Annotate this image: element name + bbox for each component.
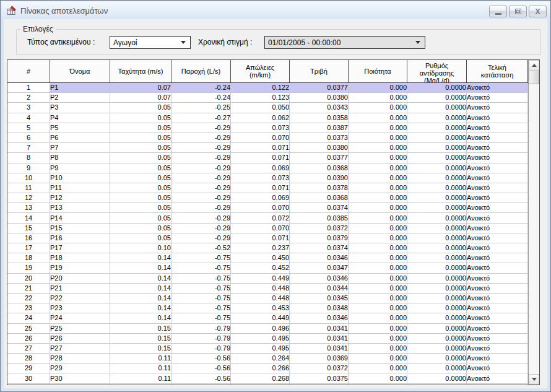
flow-cell[interactable]: -0.75 (171, 274, 231, 284)
reaction-cell[interactable]: 0.0000 (407, 263, 467, 273)
status-cell[interactable]: Ανοικτό (467, 303, 528, 313)
status-cell[interactable]: Ανοικτό (467, 253, 528, 263)
headloss-cell[interactable]: 0.070 (231, 133, 290, 143)
table-row[interactable]: 17P170.10-0.520.2370.03740.0000.0000Ανοι… (7, 243, 528, 253)
name-cell[interactable]: P7 (50, 143, 110, 153)
quality-cell[interactable]: 0.000 (349, 313, 407, 323)
name-cell[interactable]: P24 (50, 313, 110, 323)
flow-cell[interactable]: -0.56 (171, 384, 231, 385)
velocity-cell[interactable]: 0.05 (110, 224, 171, 233)
reaction-cell[interactable]: 0.0000 (407, 133, 467, 143)
headloss-cell[interactable]: 0.449 (231, 274, 290, 284)
name-cell[interactable]: P27 (50, 344, 110, 354)
row-number-cell[interactable]: 14 (7, 213, 50, 223)
table-row[interactable]: 27P270.15-0.790.4950.03410.0000.0000Ανοι… (7, 344, 528, 354)
quality-cell[interactable]: 0.000 (349, 354, 407, 364)
scrollbar-thumb[interactable] (529, 71, 539, 84)
flow-cell[interactable]: -0.75 (171, 253, 231, 263)
velocity-cell[interactable]: 0.14 (110, 274, 171, 284)
friction-cell[interactable]: 0.0380 (290, 93, 349, 103)
reaction-cell[interactable]: 0.0000 (407, 183, 467, 193)
headloss-cell[interactable]: 0.123 (231, 93, 290, 103)
name-cell[interactable]: P13 (50, 203, 110, 213)
friction-cell[interactable]: 0.0375 (290, 373, 349, 383)
friction-cell[interactable]: 0.0369 (290, 354, 349, 364)
quality-cell[interactable]: 0.000 (349, 113, 407, 123)
status-cell[interactable]: Ανοικτό (467, 334, 528, 344)
quality-cell[interactable]: 0.000 (349, 364, 407, 373)
table-row[interactable]: 16P160.05-0.290.0710.03790.0000.0000Ανοι… (7, 233, 528, 243)
name-cell[interactable]: P5 (50, 123, 110, 133)
headloss-cell[interactable]: 0.071 (231, 143, 290, 153)
table-row[interactable]: 21P210.14-0.750.4480.03440.0000.0000Ανοι… (7, 284, 528, 294)
reaction-cell[interactable]: 0.0000 (407, 224, 467, 233)
flow-cell[interactable]: -0.29 (171, 224, 231, 233)
row-number-cell[interactable]: 13 (7, 203, 50, 213)
table-row[interactable]: 31P310.11-0.560.2650.03710.0000.0000Ανοι… (7, 384, 528, 385)
table-row[interactable]: 1P10.07-0.240.1220.03770.0000.0000Ανοικτ… (7, 83, 528, 93)
name-cell[interactable]: P21 (50, 284, 110, 294)
flow-cell[interactable]: -0.29 (171, 123, 231, 133)
velocity-cell[interactable]: 0.05 (110, 103, 171, 113)
velocity-cell[interactable]: 0.05 (110, 203, 171, 213)
table-row[interactable]: 22P220.14-0.750.4480.03450.0000.0000Ανοι… (7, 294, 528, 303)
row-number-cell[interactable]: 28 (7, 354, 50, 364)
name-cell[interactable]: P20 (50, 274, 110, 284)
name-cell[interactable]: P22 (50, 294, 110, 303)
name-cell[interactable]: P16 (50, 233, 110, 243)
name-cell[interactable]: P19 (50, 263, 110, 273)
headloss-cell[interactable]: 0.495 (231, 334, 290, 344)
friction-cell[interactable]: 0.0374 (290, 203, 349, 213)
reaction-cell[interactable]: 0.0000 (407, 274, 467, 284)
quality-cell[interactable]: 0.000 (349, 303, 407, 313)
table-row[interactable]: 6P60.05-0.290.0700.03730.0000.0000Ανοικτ… (7, 133, 528, 143)
row-number-cell[interactable]: 15 (7, 224, 50, 233)
row-number-cell[interactable]: 9 (7, 163, 50, 173)
flow-cell[interactable]: -0.52 (171, 243, 231, 253)
reaction-cell[interactable]: 0.0000 (407, 354, 467, 364)
quality-cell[interactable]: 0.000 (349, 103, 407, 113)
vertical-scrollbar[interactable] (528, 60, 539, 385)
name-cell[interactable]: P10 (50, 173, 110, 183)
row-number-cell[interactable]: 5 (7, 123, 50, 133)
reaction-cell[interactable]: 0.0000 (407, 233, 467, 243)
quality-cell[interactable]: 0.000 (349, 233, 407, 243)
friction-cell[interactable]: 0.0385 (290, 213, 349, 223)
friction-cell[interactable]: 0.0347 (290, 263, 349, 273)
name-cell[interactable]: P28 (50, 354, 110, 364)
headloss-cell[interactable]: 0.062 (231, 113, 290, 123)
reaction-cell[interactable]: 0.0000 (407, 303, 467, 313)
friction-cell[interactable]: 0.0341 (290, 324, 349, 334)
headloss-cell[interactable]: 0.071 (231, 153, 290, 163)
row-number-cell[interactable]: 22 (7, 294, 50, 303)
velocity-cell[interactable]: 0.14 (110, 253, 171, 263)
velocity-cell[interactable]: 0.10 (110, 243, 171, 253)
flow-cell[interactable]: -0.79 (171, 334, 231, 344)
row-number-cell[interactable]: 25 (7, 324, 50, 334)
flow-cell[interactable]: -0.75 (171, 303, 231, 313)
velocity-cell[interactable]: 0.05 (110, 123, 171, 133)
friction-cell[interactable]: 0.0372 (290, 224, 349, 233)
friction-cell[interactable]: 0.0341 (290, 334, 349, 344)
name-cell[interactable]: P11 (50, 183, 110, 193)
headloss-cell[interactable]: 0.237 (231, 243, 290, 253)
reaction-cell[interactable]: 0.0000 (407, 334, 467, 344)
headloss-cell[interactable]: 0.070 (231, 224, 290, 233)
table-row[interactable]: 5P50.05-0.290.0730.03870.0000.0000Ανοικτ… (7, 123, 528, 133)
table-row[interactable]: 14P140.05-0.290.0720.03850.0000.0000Ανοι… (7, 213, 528, 223)
headloss-cell[interactable]: 0.450 (231, 253, 290, 263)
row-number-cell[interactable]: 7 (7, 143, 50, 153)
row-number-cell[interactable]: 8 (7, 153, 50, 163)
scroll-up-button[interactable] (529, 60, 539, 71)
flow-cell[interactable]: -0.29 (171, 193, 231, 203)
reaction-cell[interactable]: 0.0000 (407, 364, 467, 373)
table-row[interactable]: 19P190.14-0.750.4520.03470.0000.0000Ανοι… (7, 263, 528, 273)
status-cell[interactable]: Ανοικτό (467, 153, 528, 163)
row-number-cell[interactable]: 3 (7, 103, 50, 113)
status-cell[interactable]: Ανοικτό (467, 324, 528, 334)
headloss-cell[interactable]: 0.073 (231, 173, 290, 183)
flow-cell[interactable]: -0.24 (171, 93, 231, 103)
friction-cell[interactable]: 0.0368 (290, 163, 349, 173)
flow-cell[interactable]: -0.27 (171, 113, 231, 123)
quality-cell[interactable]: 0.000 (349, 294, 407, 303)
